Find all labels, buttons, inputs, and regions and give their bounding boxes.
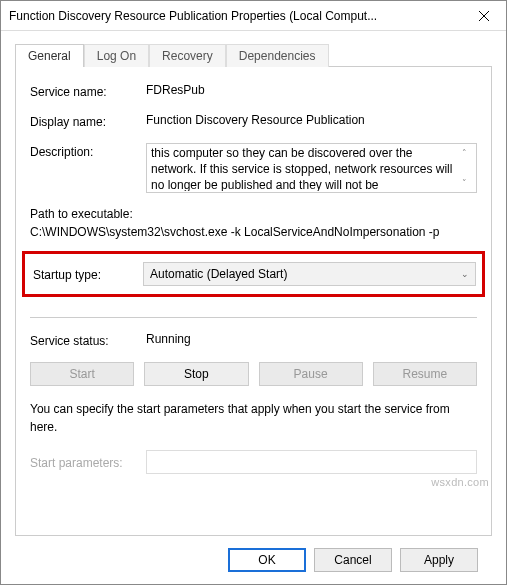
- service-status-label: Service status:: [30, 332, 146, 348]
- window-title: Function Discovery Resource Publication …: [9, 9, 461, 23]
- tab-panel-general: Service name: FDResPub Display name: Fun…: [15, 66, 492, 536]
- service-status-row: Service status: Running: [30, 332, 477, 348]
- tab-logon[interactable]: Log On: [84, 44, 149, 67]
- description-text: this computer so they can be discovered …: [151, 145, 456, 191]
- startup-type-highlight: Startup type: Automatic (Delayed Start) …: [22, 251, 485, 297]
- display-name-value: Function Discovery Resource Publication: [146, 113, 477, 127]
- path-value: C:\WINDOWS\system32\svchost.exe -k Local…: [30, 225, 477, 239]
- description-box[interactable]: this computer so they can be discovered …: [146, 143, 477, 193]
- description-row: Description: this computer so they can b…: [30, 143, 477, 193]
- close-icon: [479, 11, 489, 21]
- start-params-row: Start parameters:: [30, 450, 477, 474]
- service-name-label: Service name:: [30, 83, 146, 99]
- path-label: Path to executable:: [30, 207, 477, 221]
- scroll-up-icon[interactable]: ˄: [462, 145, 467, 161]
- service-name-value: FDResPub: [146, 83, 477, 97]
- start-params-label: Start parameters:: [30, 454, 146, 470]
- startup-type-label: Startup type:: [31, 266, 143, 282]
- display-name-row: Display name: Function Discovery Resourc…: [30, 113, 477, 129]
- tab-recovery[interactable]: Recovery: [149, 44, 226, 67]
- tab-strip: General Log On Recovery Dependencies: [15, 43, 492, 66]
- dialog-body: General Log On Recovery Dependencies Ser…: [1, 31, 506, 584]
- startup-type-dropdown[interactable]: Automatic (Delayed Start) ⌄: [143, 262, 476, 286]
- tab-dependencies[interactable]: Dependencies: [226, 44, 329, 67]
- properties-window: Function Discovery Resource Publication …: [0, 0, 507, 585]
- stop-button[interactable]: Stop: [144, 362, 248, 386]
- start-button: Start: [30, 362, 134, 386]
- path-block: Path to executable: C:\WINDOWS\system32\…: [30, 207, 477, 239]
- titlebar: Function Discovery Resource Publication …: [1, 1, 506, 31]
- start-params-hint: You can specify the start parameters tha…: [30, 400, 477, 436]
- separator: [30, 317, 477, 318]
- scroll-down-icon[interactable]: ˅: [462, 175, 467, 191]
- start-params-input: [146, 450, 477, 474]
- ok-button[interactable]: OK: [228, 548, 306, 572]
- description-scrollbar[interactable]: ˄ ˅: [456, 145, 472, 191]
- close-button[interactable]: [461, 1, 506, 31]
- service-status-value: Running: [146, 332, 477, 346]
- apply-button[interactable]: Apply: [400, 548, 478, 572]
- service-control-buttons: Start Stop Pause Resume: [30, 362, 477, 386]
- startup-type-value: Automatic (Delayed Start): [150, 267, 461, 281]
- dialog-footer: OK Cancel Apply: [15, 536, 492, 584]
- description-label: Description:: [30, 143, 146, 159]
- watermark: wsxdn.com: [431, 476, 489, 488]
- cancel-button[interactable]: Cancel: [314, 548, 392, 572]
- chevron-down-icon: ⌄: [461, 269, 469, 279]
- pause-button: Pause: [259, 362, 363, 386]
- service-name-row: Service name: FDResPub: [30, 83, 477, 99]
- display-name-label: Display name:: [30, 113, 146, 129]
- resume-button: Resume: [373, 362, 477, 386]
- tab-general[interactable]: General: [15, 44, 84, 67]
